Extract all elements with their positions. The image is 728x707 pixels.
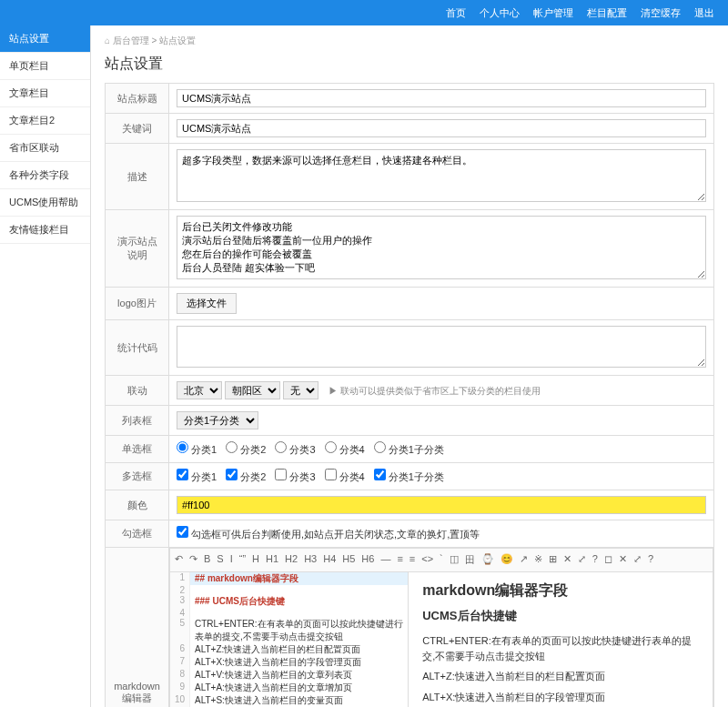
page-title: 站点设置 [105, 55, 714, 74]
toolbar-icon[interactable]: ✕ [619, 553, 627, 567]
check-option[interactable]: 分类1子分类 [374, 471, 444, 482]
stats-textarea[interactable] [177, 326, 706, 368]
toolbar-icon[interactable]: 😊 [500, 553, 513, 567]
label-markdown: markdown编辑器 [106, 548, 169, 708]
preview-line: ALT+Z:快速进入当前栏目的栏目配置页面 [422, 669, 699, 684]
toolbar-icon[interactable]: ◻ [604, 553, 612, 567]
preview-line: ALT+X:快速进入当前栏目的字段管理页面 [422, 690, 699, 705]
toolbar-icon[interactable]: ⤢ [633, 553, 642, 567]
toolbar-icon[interactable]: H4 [323, 553, 336, 567]
label-radio: 单选框 [106, 436, 169, 463]
file-select-button[interactable]: 选择文件 [177, 293, 237, 314]
sidebar-item[interactable]: 站点设置 [0, 25, 90, 53]
toolbar-icon[interactable]: H3 [304, 553, 317, 567]
desc-textarea[interactable] [177, 149, 706, 202]
toolbar-icon[interactable]: ✕ [563, 553, 571, 567]
check-option[interactable]: 分类1 [177, 471, 217, 482]
label-color: 颜色 [106, 490, 169, 520]
label-logo: logo图片 [106, 288, 169, 320]
label-checkopt: 勾选框 [106, 520, 169, 548]
linkage-note: ▶ 联动可以提供类似于省市区上下级分类的栏目使用 [329, 386, 541, 396]
toolbar-icon[interactable]: 田 [465, 553, 475, 567]
markdown-editor: 1## markdown编辑器字段2 3### UCMS后台快捷键4 5CTRL… [169, 571, 713, 707]
label-linkage: 联动 [106, 376, 169, 406]
radio-option[interactable]: 分类3 [275, 444, 315, 455]
check-option[interactable]: 分类3 [275, 471, 315, 482]
check-option[interactable]: 分类2 [226, 471, 266, 482]
toolbar-icon[interactable]: H6 [361, 553, 374, 567]
topnav-item[interactable]: 帐户管理 [533, 6, 573, 20]
sidebar: 站点设置单页栏目文章栏目文章栏目2省市区联动各种分类字段UCMS使用帮助友情链接… [0, 25, 91, 707]
topnav-item[interactable]: 个人中心 [480, 6, 520, 20]
linkage-city-select[interactable]: 朝阳区 [225, 381, 280, 399]
sidebar-item[interactable]: 友情链接栏目 [0, 217, 90, 244]
sidebar-item[interactable]: 单页栏目 [0, 53, 90, 80]
toolbar-icon[interactable]: ⤢ [578, 553, 586, 567]
editor-toolbar: ↶↷BSI“”HH1H2H3H4H5H6—≡≡<>`◫田⌚😊↗※⊞✕⤢?◻✕⤢? [169, 548, 713, 571]
toolbar-icon[interactable]: H2 [285, 553, 298, 567]
toolbar-icon[interactable]: ↗ [520, 553, 528, 567]
preview-line: CTRL+ENTER:在有表单的页面可以按此快捷键进行表单的提交,不需要手动点击… [422, 633, 699, 663]
toolbar-icon[interactable]: ↶ [175, 553, 183, 567]
editor-preview-pane: markdown编辑器字段 UCMS后台快捷键 CTRL+ENTER:在有表单的… [409, 572, 713, 707]
sidebar-item[interactable]: UCMS使用帮助 [0, 189, 90, 217]
toolbar-icon[interactable]: I [230, 553, 233, 567]
toolbar-icon[interactable]: ` [440, 553, 443, 567]
check-option[interactable]: 分类4 [325, 471, 365, 482]
toolbar-icon[interactable]: ? [648, 553, 653, 567]
radio-option[interactable]: 分类4 [325, 444, 365, 455]
label-desc: 描述 [106, 144, 169, 210]
toolbar-icon[interactable]: S [217, 553, 223, 567]
toolbar-icon[interactable]: ↷ [189, 553, 197, 567]
sidebar-item[interactable]: 文章栏目 [0, 80, 90, 107]
sidebar-item[interactable]: 省市区联动 [0, 135, 90, 162]
main-content: ⌂ 后台管理 > 站点设置 站点设置 站点标题 关键词 描述 演示站点说明 lo… [91, 25, 728, 707]
topnav-item[interactable]: 退出 [694, 6, 714, 20]
topnav-item[interactable]: 栏目配置 [587, 6, 627, 20]
label-checkbox: 多选框 [106, 463, 169, 490]
checkopt-checkbox[interactable] [177, 526, 188, 538]
linkage-province-select[interactable]: 北京 [177, 381, 222, 399]
radio-option[interactable]: 分类1子分类 [374, 444, 444, 455]
toolbar-icon[interactable]: <> [421, 553, 433, 567]
toolbar-icon[interactable]: B [204, 553, 210, 567]
toolbar-icon[interactable]: H5 [342, 553, 355, 567]
topnav-item[interactable]: 首页 [446, 6, 466, 20]
listbox-select[interactable]: 分类1子分类 [177, 411, 258, 429]
label-demo: 演示站点说明 [106, 210, 169, 288]
home-icon: ⌂ [105, 35, 110, 45]
toolbar-icon[interactable]: — [380, 553, 390, 567]
editor-source-pane[interactable]: 1## markdown编辑器字段2 3### UCMS后台快捷键4 5CTRL… [170, 572, 409, 707]
toolbar-icon[interactable]: ⊞ [549, 553, 557, 567]
toolbar-icon[interactable]: ◫ [450, 553, 459, 567]
toolbar-icon[interactable]: ≡ [397, 553, 402, 567]
toolbar-icon[interactable]: ? [592, 553, 598, 567]
settings-form: 站点标题 关键词 描述 演示站点说明 logo图片 选择文件 统计代码 联动 北… [105, 83, 714, 707]
preview-h3: UCMS后台快捷键 [422, 608, 699, 624]
crumb-current: 站点设置 [159, 35, 196, 45]
preview-h2: markdown编辑器字段 [422, 581, 699, 601]
topnav-item[interactable]: 清空缓存 [641, 6, 681, 20]
toolbar-icon[interactable]: H [252, 553, 259, 567]
site-title-input[interactable] [177, 89, 706, 107]
linkage-district-select[interactable]: 无 [283, 381, 318, 399]
sidebar-item[interactable]: 文章栏目2 [0, 107, 90, 135]
label-listbox: 列表框 [106, 406, 169, 436]
toolbar-icon[interactable]: H1 [266, 553, 278, 567]
crumb-home[interactable]: 后台管理 [113, 35, 149, 45]
label-keywords: 关键词 [106, 114, 169, 144]
toolbar-icon[interactable]: ≡ [410, 553, 415, 567]
toolbar-icon[interactable]: “” [239, 553, 246, 567]
radio-option[interactable]: 分类2 [226, 444, 266, 455]
label-stats: 统计代码 [106, 320, 169, 376]
toolbar-icon[interactable]: ⌚ [481, 553, 494, 567]
sidebar-item[interactable]: 各种分类字段 [0, 162, 90, 189]
top-nav: 首页个人中心帐户管理栏目配置清空缓存退出 [0, 0, 728, 25]
checkopt-label[interactable]: 勾选框可供后台判断使用,如站点开启关闭状态,文章的换灯,置顶等 [177, 529, 480, 540]
breadcrumb: ⌂ 后台管理 > 站点设置 [105, 35, 714, 47]
color-input[interactable] [177, 496, 706, 514]
radio-option[interactable]: 分类1 [177, 444, 217, 455]
toolbar-icon[interactable]: ※ [534, 553, 542, 567]
demo-textarea[interactable] [177, 216, 706, 279]
keywords-input[interactable] [177, 119, 706, 137]
